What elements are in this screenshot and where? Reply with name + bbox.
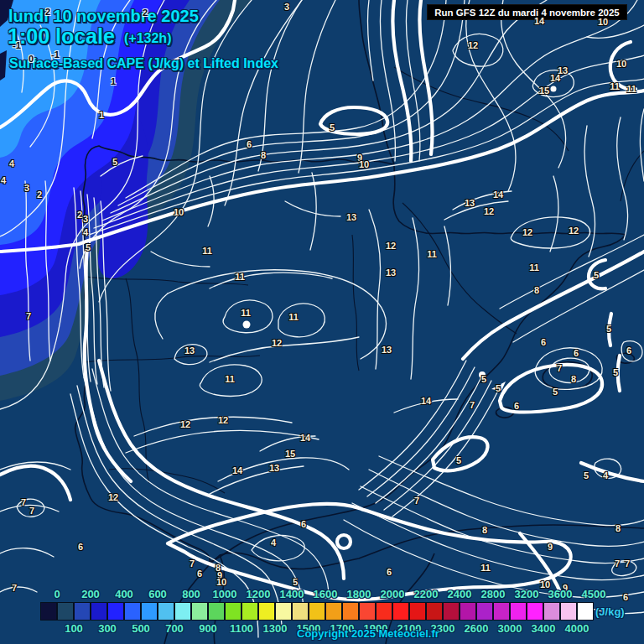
colorbar-cell (91, 602, 107, 621)
colorbar-tick-label: 1600 (314, 589, 338, 600)
contour-label: 4 (83, 228, 88, 237)
colorbar-tick-label: 500 (132, 623, 150, 634)
colorbar-cell (376, 602, 392, 621)
weather-map-page[interactable]: lundi 10 novembre 2025 1:00 locale (+132… (0, 0, 644, 644)
copyright-text: Copyright 2025 Meteociel.fr (297, 627, 439, 640)
contour-label: 12 (484, 207, 494, 216)
colorbar-cell (577, 602, 594, 621)
colorbar-tick-label: 0 (54, 589, 60, 600)
contour-label: 14 (534, 17, 544, 26)
contour-label: 2 (45, 8, 50, 17)
contour-label: 6 (247, 140, 252, 149)
colorbar-tick-label: 200 (81, 589, 100, 600)
contour-label: 5 (594, 271, 599, 280)
time-title: 1:00 locale (8, 24, 115, 49)
colorbar-cell (476, 602, 493, 621)
contour-label: 12 (108, 493, 118, 502)
contour-label: 12 (180, 420, 190, 429)
contour-label: 4 (1, 176, 6, 185)
contour-label: 13 (184, 346, 195, 356)
colorbar-tick-label: 4000 (565, 623, 589, 634)
contour-label: -1 (13, 41, 21, 50)
colorbar-tick-label: 3400 (532, 623, 556, 634)
contour-label: 12 (569, 226, 579, 236)
contour-label: 7 (29, 506, 34, 516)
contour-label: 11 (610, 82, 620, 91)
colorbar-cell (141, 602, 158, 621)
contour-label: 11 (225, 375, 235, 384)
colorbar-cell (443, 602, 460, 621)
contour-label: 12 (386, 242, 396, 251)
contour-label: 10 (359, 160, 369, 169)
contour-label: 6 (387, 568, 392, 577)
colorbar-tick-label: 800 (182, 589, 200, 600)
colorbar-cell (342, 602, 359, 621)
contour-label: 4 (9, 159, 14, 169)
contour-label: 11 (202, 247, 212, 256)
contour-label: 5 (553, 387, 558, 397)
contour-label: 6 (78, 543, 83, 552)
colorbar-tick-label: 600 (148, 589, 167, 600)
contour-label: -1 (51, 50, 60, 60)
contour-label: 5 (293, 578, 298, 587)
colorbar-cell (158, 602, 174, 621)
contour-label: 5 (584, 471, 589, 480)
contour-label: 5 (606, 325, 611, 334)
contour-label: 6 (514, 402, 519, 411)
contour-label: 7 (557, 364, 562, 373)
contour-label: 5 (496, 384, 501, 393)
contour-label: 8 (534, 286, 539, 295)
contour-label: 5 (330, 123, 335, 132)
contour-label: 6 (301, 520, 306, 529)
contour-label: 11 (427, 250, 437, 259)
contour-label: 1 (99, 111, 104, 120)
colorbar-cell (510, 602, 527, 621)
contour-label: 2 (77, 210, 82, 220)
colorbar-cell (543, 602, 560, 621)
contour-label: 11 (235, 273, 245, 282)
contour-label: 12 (218, 416, 228, 425)
colorbar-tick-label: 2400 (448, 589, 472, 600)
colorbar-tick-label: 1300 (263, 623, 288, 634)
contour-label: 14 (550, 74, 560, 83)
contour-label: 6 (574, 349, 579, 358)
contour-label: 4 (271, 538, 276, 548)
colorbar-cell (74, 602, 91, 621)
colorbar-cell (191, 602, 208, 621)
colorbar-cell (359, 602, 376, 621)
colorbar-tick-label: 1800 (347, 589, 371, 600)
contour-label: 7 (21, 498, 26, 507)
colorbar-cell (208, 602, 225, 621)
contour-label: 8 (571, 375, 576, 384)
contour-label: 13 (346, 213, 356, 222)
contour-label: 13 (386, 268, 396, 278)
colorbar-tick-label: 900 (199, 623, 217, 634)
contour-label: 10 (216, 578, 226, 587)
contour-label: 12 (522, 228, 532, 237)
contour-label: 5 (456, 456, 461, 465)
contour-label: 12 (468, 41, 478, 50)
colorbar-cell (292, 602, 309, 621)
contour-label: 11 (626, 85, 636, 94)
contour-label: 3 (83, 215, 88, 224)
colorbar-tick-label: 3000 (498, 623, 522, 634)
contour-label: 11 (288, 313, 299, 322)
contour-label: 3 (284, 3, 289, 12)
colorbar-cell (242, 602, 258, 621)
colorbar-tick-label: 4500 (582, 589, 606, 600)
contour-label: 1 (111, 77, 116, 86)
colorbar-cell (493, 602, 510, 621)
contour-label: 3 (24, 184, 29, 193)
contour-label: 13 (269, 464, 279, 473)
colorbar-tick-label: 2200 (414, 589, 439, 600)
contour-label: 7 (12, 584, 17, 593)
contour-label: 6 (541, 338, 546, 347)
contour-label: 5 (613, 368, 618, 377)
contour-label: 15 (539, 86, 549, 96)
contour-label: 11 (529, 263, 539, 273)
contour-label: 8 (615, 524, 621, 533)
colorbar-cell (409, 602, 426, 621)
colorbar-cell (560, 602, 577, 621)
contour-label: 0 (29, 55, 34, 64)
contour-label: 14 (300, 434, 310, 443)
